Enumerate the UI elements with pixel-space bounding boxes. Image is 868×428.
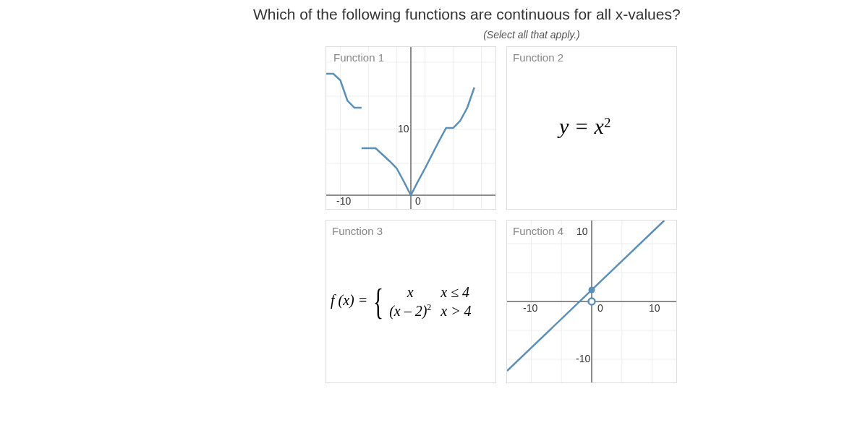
option-function-1[interactable]: Function 1 [326, 46, 496, 210]
function-4-graph: -10 0 10 -10 10 [507, 221, 676, 382]
svg-line-30 [507, 221, 664, 371]
svg-text:-10: -10 [523, 302, 537, 314]
svg-point-31 [589, 287, 595, 294]
options-grid: Function 1 [326, 46, 677, 383]
svg-text:0: 0 [415, 195, 421, 207]
option-function-2[interactable]: Function 2 y = x2 [506, 46, 677, 210]
svg-point-32 [589, 299, 595, 305]
function-1-graph: -10 0 10 [326, 47, 495, 209]
function-3-formula: f (x) = { x x ≤ 4 (x – 2)2 x > 4 [331, 283, 477, 320]
svg-text:0: 0 [597, 302, 603, 314]
instruction-text: (Select all that apply.) [326, 29, 738, 40]
option-function-4[interactable]: Function 4 -10 0 10 [506, 220, 677, 383]
svg-text:10: 10 [649, 302, 660, 314]
function-2-formula: y = x2 [559, 114, 610, 139]
svg-text:10: 10 [398, 123, 409, 134]
question-text: Which of the following functions are con… [253, 6, 868, 23]
option-function-3[interactable]: Function 3 f (x) = { x x ≤ 4 (x – 2)2 x … [326, 220, 496, 383]
option-label: Function 3 [332, 225, 383, 237]
option-label: Function 1 [332, 51, 386, 64]
option-label: Function 4 [511, 225, 565, 237]
svg-text:-10: -10 [576, 353, 590, 364]
svg-text:-10: -10 [336, 195, 351, 207]
svg-text:10: 10 [576, 226, 588, 237]
option-label: Function 2 [513, 51, 563, 64]
